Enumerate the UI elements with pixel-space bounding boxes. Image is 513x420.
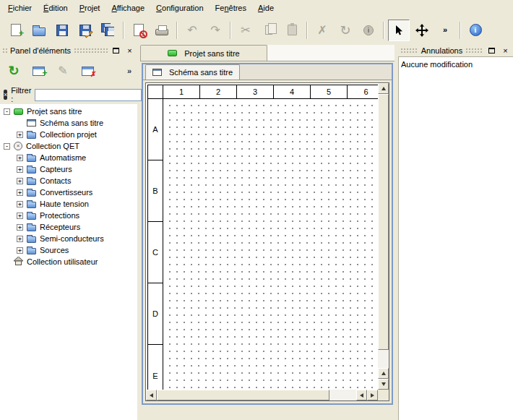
cut-button[interactable]: ✂ (235, 20, 256, 41)
toolbar-overflow-button[interactable]: » (434, 20, 456, 41)
float-panel-button[interactable] (111, 46, 121, 56)
new-element-button[interactable]: + (27, 59, 50, 82)
row-header: C (148, 222, 163, 283)
rotate-button[interactable]: ↻ (335, 20, 356, 41)
open-file-button[interactable] (28, 20, 50, 41)
scroll-right-button[interactable] (367, 390, 378, 400)
toolbar-separator (230, 22, 231, 39)
expand-icon[interactable]: + (17, 213, 23, 219)
save-all-button[interactable] (98, 20, 119, 41)
elements-panel-titlebar[interactable]: Panel d'éléments × (0, 45, 137, 56)
diagram-sheet[interactable]: 1 2 3 4 5 6 A B C D (147, 85, 378, 390)
tree-item-schema-sans-titre[interactable]: Schéma sans titre (0, 117, 137, 129)
tree-item-capteurs[interactable]: + Capteurs (0, 163, 137, 175)
menu-item-fichier[interactable]: Fichier (2, 1, 38, 14)
close-panel-button[interactable]: × (500, 46, 511, 56)
menu-label: rojet (85, 4, 100, 12)
scroll-up-button-2[interactable] (378, 368, 389, 379)
tree-item-protections[interactable]: + Protections (0, 210, 137, 221)
select-tool-button[interactable] (388, 20, 410, 41)
panel-toolbar-overflow-button[interactable]: » (124, 62, 135, 80)
expand-icon[interactable]: + (17, 178, 23, 184)
menu-item-edition[interactable]: Édition (38, 1, 74, 14)
folder-icon (27, 190, 36, 197)
about-button[interactable]: i (465, 20, 486, 41)
save-as-button[interactable] (74, 20, 96, 41)
delete-icon: ✗ (317, 25, 327, 36)
filter-input[interactable] (35, 89, 142, 101)
tree-item-collection-utilisateur[interactable]: Collection utilisateur (0, 256, 137, 267)
float-panel-button[interactable] (486, 46, 497, 56)
delete-button[interactable]: ✗ (311, 20, 333, 41)
diagram-canvas[interactable]: 1 2 3 4 5 6 A B C D (146, 83, 378, 390)
tree-item-collection-projet[interactable]: + Collection projet (0, 129, 137, 140)
tree-item-recepteurs[interactable]: + Récepteurs (0, 221, 137, 233)
expand-icon[interactable]: + (17, 224, 23, 231)
tree-item-projet-sans-titre[interactable]: - Projet sans titre (0, 106, 137, 117)
dock-handle[interactable] (74, 48, 108, 54)
menu-item-configuration[interactable]: Configuration (150, 1, 209, 14)
vertical-scroll-thumb[interactable] (378, 94, 389, 350)
dock-handle[interactable] (2, 48, 7, 54)
collapse-icon[interactable]: - (4, 108, 10, 115)
horizontal-scroll-thumb[interactable] (157, 390, 329, 400)
tree-item-automatisme[interactable]: + Automatisme (0, 152, 137, 163)
undo-button[interactable]: ↶ (181, 20, 203, 41)
pencil-overlay-icon (85, 30, 92, 38)
print-button[interactable] (151, 20, 173, 41)
close-icon: × (127, 47, 132, 55)
tree-item-sources[interactable]: + Sources (0, 244, 137, 256)
tree-item-semi-conducteurs[interactable]: + Semi-conducteurs (0, 233, 137, 244)
move-tool-button[interactable] (411, 20, 433, 41)
edit-element-button[interactable]: ✎ (51, 59, 74, 82)
elements-panel-title: Panel d'éléments (10, 46, 71, 55)
collapse-icon[interactable]: - (4, 143, 10, 150)
tab-schema-sans-titre[interactable]: Schéma sans titre (145, 64, 240, 80)
expand-icon[interactable]: + (17, 236, 23, 242)
tab-projet-sans-titre[interactable]: Projet sans titre (140, 45, 267, 61)
undo-panel: Annulations × Aucune modification (398, 45, 513, 420)
save-button[interactable] (51, 20, 73, 41)
expand-icon[interactable]: + (17, 189, 23, 196)
delete-element-button[interactable]: ✗ (76, 59, 99, 82)
undo-panel-titlebar[interactable]: Annulations × (398, 45, 513, 56)
expand-icon[interactable]: + (17, 166, 23, 173)
expand-icon[interactable]: + (17, 247, 23, 254)
menu-item-affichage[interactable]: Affichage (105, 1, 150, 14)
scroll-down-button[interactable] (378, 379, 389, 390)
expand-icon[interactable]: + (17, 201, 23, 207)
expand-icon[interactable]: + (17, 132, 23, 138)
tree-item-label: Collection projet (40, 130, 97, 139)
plus-badge-icon: + (42, 68, 47, 78)
reload-collections-button[interactable]: ↻ (2, 59, 25, 82)
menu-item-fenetres[interactable]: Fenêtres (210, 1, 252, 14)
dock-handle[interactable] (465, 48, 483, 54)
dock-handle[interactable] (400, 48, 418, 54)
scroll-up-button[interactable] (378, 83, 389, 94)
vertical-scrollbar[interactable] (378, 83, 389, 390)
element-info-button[interactable]: i (358, 20, 379, 41)
close-file-button[interactable] (128, 20, 150, 41)
new-file-button[interactable]: + (5, 20, 27, 41)
copy-button[interactable] (258, 20, 280, 41)
horizontal-scrollbar[interactable] (146, 390, 378, 400)
column-headers: 1 2 3 4 5 6 (148, 85, 378, 99)
folder-icon (27, 179, 36, 185)
undo-history-empty-item[interactable]: Aucune modification (401, 59, 511, 69)
tree-item-convertisseurs[interactable]: + Convertisseurs (0, 187, 137, 198)
clear-filter-button[interactable]: × (4, 90, 7, 100)
paste-button[interactable] (281, 20, 303, 41)
tree-item-haute-tension[interactable]: + Haute tension (0, 198, 137, 210)
close-panel-button[interactable]: × (124, 46, 135, 56)
menu-item-projet[interactable]: Projet (74, 1, 106, 14)
expand-icon[interactable]: + (17, 155, 23, 161)
folder-icon (27, 213, 36, 220)
tree-item-contacts[interactable]: + Contacts (0, 175, 137, 187)
menu-item-aide[interactable]: Aide (252, 1, 280, 14)
redo-button[interactable]: ↷ (204, 20, 226, 41)
dotted-grid[interactable] (163, 99, 378, 390)
scroll-left-button-2[interactable] (356, 390, 367, 400)
overflow-chevron-icon: » (443, 26, 447, 34)
scroll-left-button[interactable] (146, 390, 157, 400)
tree-item-collection-qet[interactable]: - × Collection QET (0, 140, 137, 152)
